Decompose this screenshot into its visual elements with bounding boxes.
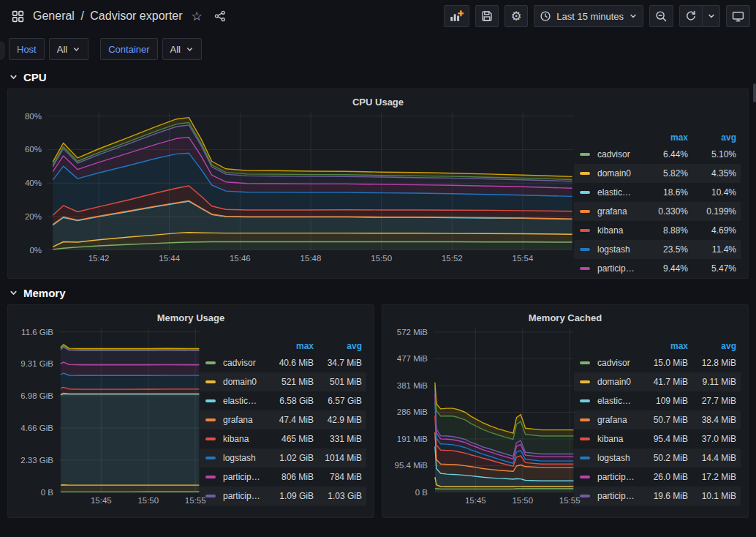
y-axis-label: 0%: [29, 246, 42, 255]
legend-max-value: 6.58 GiB: [261, 396, 314, 406]
variable-value: All: [170, 44, 181, 55]
legend-series-name[interactable]: logstash: [597, 244, 635, 255]
legend-series-name[interactable]: cadvisor: [597, 358, 635, 368]
x-axis-label: 15:52: [442, 254, 463, 263]
zoom-out-icon: [655, 10, 668, 23]
apps-grid-button[interactable]: [9, 7, 27, 26]
section-header-cpu[interactable]: CPU: [0, 63, 756, 89]
legend-series-name[interactable]: logstash: [597, 453, 635, 463]
chevron-down-icon: [9, 72, 18, 82]
legend-series-name[interactable]: participant2: [597, 491, 635, 501]
legend-row: participant19.44%5.47%: [574, 259, 741, 278]
y-axis-label: 191 MiB: [397, 435, 428, 443]
legend-max-value: 18.6%: [635, 187, 688, 198]
legend-series-name[interactable]: domain0: [597, 168, 635, 179]
menu-open-handle[interactable]: [0, 41, 5, 60]
legend-series-name[interactable]: grafana: [223, 415, 261, 425]
legend-series-name[interactable]: participant1: [597, 263, 635, 274]
star-dashboard-button[interactable]: ☆: [189, 7, 205, 26]
legend-series-name[interactable]: participant2: [223, 491, 261, 501]
legend-series-name[interactable]: elasticsearch: [597, 396, 635, 406]
zoom-out-button[interactable]: [649, 5, 673, 27]
breadcrumb-separator: /: [80, 10, 83, 22]
memory-cached-chart[interactable]: [434, 328, 574, 492]
panel-title[interactable]: Memory Cached: [390, 309, 741, 328]
legend-avg-value: 34.7 MiB: [314, 358, 362, 368]
panel-title[interactable]: CPU Usage: [15, 94, 741, 113]
legend-series-name[interactable]: logstash: [223, 453, 261, 463]
y-axis-label: 95.4 MiB: [395, 461, 428, 470]
legend-avg-value: 27.7 MiB: [688, 396, 736, 406]
refresh-button[interactable]: [679, 5, 703, 27]
legend-series-name[interactable]: kibana: [597, 434, 635, 444]
variable-container-label: Container: [100, 38, 157, 60]
legend-row: elasticsearch18.6%10.4%: [574, 183, 741, 202]
save-dashboard-button[interactable]: [475, 5, 499, 27]
legend-avg-value: 42.9 MiB: [314, 415, 362, 425]
legend-row: kibana8.88%4.69%: [574, 221, 741, 240]
save-icon: [481, 10, 493, 22]
legend-series-name[interactable]: elasticsearch: [597, 187, 635, 198]
legend-max-value: 15.0 MiB: [635, 358, 688, 368]
legend-series-name[interactable]: domain0: [223, 377, 261, 387]
legend-max-value: 41.7 MiB: [635, 377, 688, 387]
section-header-memory[interactable]: Memory: [0, 279, 756, 304]
y-axis-label: 4.66 GiB: [20, 424, 53, 432]
legend-avg-value: 1.03 GiB: [314, 491, 362, 501]
legend-series-name[interactable]: grafana: [597, 206, 635, 217]
legend-series-name[interactable]: elasticsearch: [223, 396, 261, 406]
memory-usage-chart[interactable]: [59, 328, 200, 492]
legend-sort-max[interactable]: max: [635, 132, 688, 143]
legend-series-name[interactable]: participant1: [223, 472, 261, 482]
share-dashboard-button[interactable]: [211, 7, 229, 25]
x-axis-label: 15:44: [159, 254, 180, 263]
legend-series-name[interactable]: kibana: [223, 434, 261, 444]
cpu-usage-chart[interactable]: [48, 113, 574, 250]
legend-max-value: 23.5%: [635, 244, 688, 255]
variable-container-dropdown[interactable]: All: [162, 38, 202, 60]
legend-max-value: 50.2 MiB: [635, 453, 688, 463]
legend-series-name[interactable]: cadvisor: [223, 358, 261, 368]
legend-max-value: 9.44%: [635, 263, 688, 274]
series-color-swatch: [580, 361, 590, 364]
legend-avg-value: 10.1 MiB: [688, 491, 736, 501]
legend-max-value: 50.7 MiB: [635, 415, 688, 425]
x-axis-label: 15:42: [88, 254, 110, 263]
x-axis: 15:4215:4415:4615:4815:5015:5215:54: [48, 250, 574, 266]
legend-row: elasticsearch109 MiB27.7 MiB: [574, 391, 741, 410]
legend-sort-avg[interactable]: avg: [688, 341, 736, 351]
section-title: Memory: [23, 287, 66, 299]
series-color-swatch: [580, 495, 590, 497]
legend-avg-value: 4.35%: [688, 168, 736, 179]
legend-row: grafana50.7 MiB38.4 MiB: [574, 410, 741, 429]
legend-series-name[interactable]: cadvisor: [597, 149, 635, 159]
dashboard-settings-button[interactable]: ⚙: [504, 5, 528, 27]
legend-sort-avg[interactable]: avg: [688, 132, 736, 143]
breadcrumb-folder-link[interactable]: General: [33, 10, 75, 22]
series-color-swatch: [580, 172, 590, 175]
legend-avg-value: 14.4 MiB: [688, 453, 736, 463]
section-title: CPU: [23, 71, 47, 83]
legend-max-value: 521 MiB: [261, 377, 314, 387]
legend-max-value: 26.0 MiB: [635, 472, 688, 482]
legend-row: participant1806 MiB784 MiB: [200, 467, 366, 487]
variable-container: Container All: [100, 38, 202, 60]
x-axis-label: 15:50: [371, 254, 392, 263]
kiosk-mode-button[interactable]: [726, 5, 750, 27]
add-panel-button[interactable]: [444, 5, 469, 27]
legend-sort-max[interactable]: max: [261, 341, 314, 351]
legend-series-name[interactable]: grafana: [597, 415, 635, 425]
chevron-down-icon: [186, 45, 194, 53]
panel-title[interactable]: Memory Usage: [15, 309, 366, 328]
refresh-interval-dropdown[interactable]: [703, 5, 720, 27]
x-axis-label: 15:45: [465, 496, 486, 505]
legend-series-name[interactable]: domain0: [597, 377, 635, 387]
legend-series-name[interactable]: participant1: [597, 472, 635, 482]
scrollbar-thumb[interactable]: [753, 83, 756, 102]
x-axis-label: 15:54: [513, 254, 534, 263]
legend-sort-avg[interactable]: avg: [314, 341, 362, 351]
legend-series-name[interactable]: kibana: [597, 225, 635, 236]
legend-sort-max[interactable]: max: [635, 341, 688, 351]
time-range-picker[interactable]: Last 15 minutes: [534, 5, 643, 27]
variable-host-dropdown[interactable]: All: [49, 38, 88, 60]
